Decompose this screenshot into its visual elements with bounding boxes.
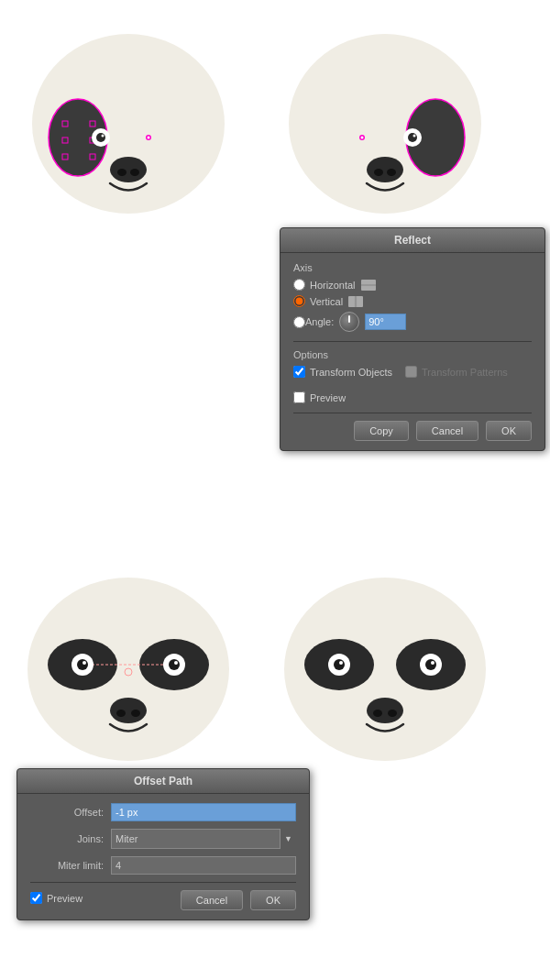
transform-objects-row: Transform Objects (293, 366, 392, 378)
left-panda-svg (5, 555, 252, 784)
svg-point-48 (334, 659, 345, 670)
reflect-title-text: Reflect (394, 234, 431, 247)
svg-point-19 (374, 169, 383, 176)
top-section (0, 0, 550, 238)
reflect-dialog-body: Axis Horizontal Vertical Angle: (280, 253, 544, 450)
axis-section: Axis Horizontal Vertical Angle: (293, 262, 532, 332)
transform-objects-checkbox[interactable] (293, 366, 305, 378)
copy-button[interactable]: Copy (354, 421, 409, 441)
right-panda-face-container (257, 559, 513, 779)
horizontal-radio[interactable] (293, 279, 305, 291)
svg-point-18 (367, 157, 403, 182)
svg-point-12 (130, 169, 139, 176)
left-dog-face-container (0, 18, 257, 229)
angle-radio[interactable] (293, 316, 305, 328)
svg-point-41 (110, 698, 147, 723)
right-dog-face-container (257, 18, 513, 229)
svg-point-51 (425, 659, 436, 670)
transform-objects-label: Transform Objects (310, 367, 392, 378)
preview-label: Preview (310, 392, 346, 403)
horizontal-label: Horizontal (310, 280, 356, 291)
svg-point-52 (431, 661, 434, 665)
svg-point-36 (77, 659, 88, 670)
offset-dialog-body: Offset: Joins: Miter Round Bevel ▼ Miter… (17, 794, 309, 919)
right-dog-svg (266, 18, 504, 229)
page-wrapper: Reflect Axis Horizontal Vertical (0, 0, 550, 788)
joins-select[interactable]: Miter Round Bevel (111, 829, 296, 849)
svg-point-39 (169, 659, 180, 670)
miter-limit-row: Miter limit: (30, 856, 296, 875)
svg-point-10 (110, 157, 147, 182)
offset-label: Offset: (30, 807, 104, 818)
cancel-button[interactable]: Cancel (416, 421, 478, 441)
svg-point-37 (82, 661, 86, 665)
joins-row: Joins: Miter Round Bevel ▼ (30, 829, 296, 849)
svg-point-14 (96, 133, 105, 142)
right-panda-svg (261, 555, 509, 784)
offset-cancel-button[interactable]: Cancel (181, 890, 243, 910)
vertical-label: Vertical (310, 296, 343, 307)
left-dog-svg (9, 18, 248, 229)
reflect-dialog-title: Reflect (280, 228, 544, 253)
left-panda-face-container (0, 559, 257, 779)
offset-ok-button[interactable]: OK (250, 890, 296, 910)
svg-point-40 (174, 661, 178, 665)
offset-row: Offset: (30, 803, 296, 821)
axis-label: Axis (293, 262, 532, 273)
horizontal-radio-row: Horizontal (293, 279, 532, 291)
offset-preview-label: Preview (47, 893, 82, 904)
svg-point-43 (131, 710, 140, 717)
offset-preview-row: Preview (30, 892, 82, 904)
reflect-dialog: Reflect Axis Horizontal Vertical (280, 227, 545, 451)
svg-point-20 (387, 169, 396, 176)
angle-input[interactable] (365, 314, 406, 330)
offset-input[interactable] (111, 803, 296, 821)
joins-select-wrapper: Miter Round Bevel ▼ (111, 829, 296, 849)
horizontal-icon (361, 280, 376, 291)
svg-point-9 (148, 137, 150, 139)
offset-title-text: Offset Path (134, 775, 192, 787)
offset-dialog-buttons: Preview Cancel OK (30, 882, 296, 910)
angle-row: Angle: (293, 312, 532, 332)
svg-point-23 (413, 135, 416, 138)
miter-limit-input[interactable] (111, 856, 296, 875)
offset-preview-checkbox[interactable] (30, 892, 42, 904)
angle-dial[interactable] (339, 312, 359, 332)
miter-limit-label: Miter limit: (30, 860, 104, 871)
svg-point-15 (102, 135, 104, 138)
vertical-icon (348, 296, 363, 307)
svg-point-25 (361, 137, 364, 139)
vertical-radio-row: Vertical (293, 295, 532, 307)
options-label: Options (293, 349, 532, 360)
transform-patterns-checkbox[interactable] (405, 366, 417, 378)
angle-label: Angle: (305, 316, 334, 327)
divider-1 (293, 341, 532, 342)
svg-point-53 (367, 698, 403, 723)
joins-label: Joins: (30, 833, 104, 844)
svg-point-11 (117, 169, 126, 176)
transform-patterns-row: Transform Patterns (405, 366, 508, 378)
svg-point-55 (388, 710, 397, 717)
preview-checkbox[interactable] (293, 391, 305, 403)
preview-row: Preview (293, 391, 532, 403)
offset-dialog-title: Offset Path (17, 769, 309, 794)
reflect-dialog-buttons: Copy Cancel OK (293, 413, 532, 441)
svg-point-22 (408, 133, 417, 142)
svg-point-42 (116, 710, 126, 717)
svg-point-49 (339, 661, 343, 665)
offset-path-dialog: Offset Path Offset: Joins: Miter Round B… (16, 768, 310, 920)
bottom-section (0, 532, 550, 788)
svg-point-54 (373, 710, 382, 717)
vertical-radio[interactable] (293, 295, 305, 307)
transform-patterns-label: Transform Patterns (422, 367, 508, 378)
options-section: Options Transform Objects Transform Patt… (293, 349, 532, 382)
transform-options-row: Transform Objects Transform Patterns (293, 366, 532, 382)
ok-button[interactable]: OK (486, 421, 532, 441)
